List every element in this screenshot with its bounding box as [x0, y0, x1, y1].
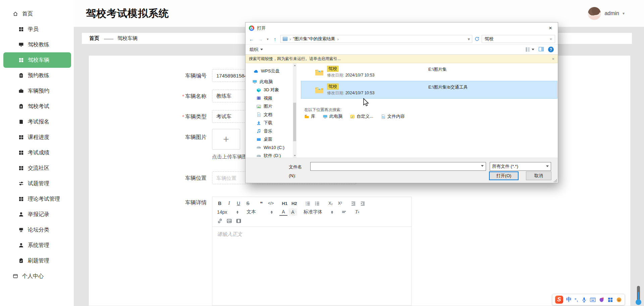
tree-item-music[interactable]: 音乐 [246, 127, 299, 136]
scrollbar-thumb[interactable] [293, 103, 296, 141]
insert-video-icon[interactable] [234, 217, 243, 224]
sidebar-item-practice[interactable]: 刷题管理 [0, 253, 74, 268]
keyboard-icon[interactable] [590, 297, 596, 303]
dialog-titlebar[interactable]: 打开 [246, 22, 558, 34]
font-size-select[interactable]: 14px [216, 208, 240, 216]
file-item[interactable]: 驾校修改日期: 2024/10/7 10:53E:\图片集 [301, 63, 557, 81]
address-box[interactable]: › "图片集"中的搜索结果 › ▾ [280, 35, 472, 43]
tree-item-documents[interactable]: 文档 [246, 111, 299, 119]
indent-icon[interactable] [359, 200, 367, 207]
sidebar-item-reports[interactable]: 举报记录 [0, 207, 74, 222]
tree-item-wps-cloud[interactable]: WPS云盘 [246, 67, 299, 75]
sogou-icon[interactable]: S [555, 296, 563, 304]
file-item[interactable]: 驾校修改日期: 2024/10/7 10:53E:\图片集\b交通工具 [301, 81, 557, 99]
toolbox-icon[interactable] [607, 297, 613, 303]
editor-content[interactable]: 请输入正文 [212, 227, 411, 242]
font-color-icon[interactable]: A [279, 208, 287, 216]
ordered-list-icon[interactable]: 123 [304, 200, 312, 207]
history-dropdown-icon[interactable]: ▾ [266, 37, 270, 41]
chevron-down-icon[interactable] [481, 165, 484, 168]
superscript-icon[interactable]: X² [336, 200, 344, 207]
filetype-select[interactable]: 所有文件 (*.*) [490, 162, 551, 171]
link-icon[interactable] [216, 217, 224, 224]
sidebar-item-community[interactable]: 交流社区 [0, 160, 74, 176]
sidebar-item-exam-scores[interactable]: 考试成绩 [0, 145, 74, 160]
close-icon[interactable]: × [543, 22, 558, 34]
emoji-icon[interactable] [616, 297, 622, 303]
back-icon[interactable]: ← [248, 36, 255, 42]
sidebar-item-exams[interactable]: 驾校考试 [0, 99, 74, 114]
sidebar-item-exam-signup[interactable]: 考试报名 [0, 114, 74, 130]
search-input[interactable] [485, 37, 549, 42]
insert-image-icon[interactable] [225, 217, 233, 224]
sidebar-item-vehicles[interactable]: 驾校车辆 [3, 52, 71, 68]
sidebar-item-students[interactable]: 学员 [0, 21, 74, 37]
refresh-icon[interactable] [474, 36, 480, 42]
bg-color-icon[interactable]: A [289, 208, 297, 216]
user-menu[interactable]: admin ▾ [588, 0, 625, 27]
forward-icon[interactable]: → [257, 36, 264, 42]
up-icon[interactable]: ↑ [272, 36, 278, 42]
breadcrumb-home[interactable]: 首页 [89, 35, 99, 42]
tree-item-downloads[interactable]: 下载 [246, 119, 299, 127]
scroll-up-icon[interactable] [293, 63, 297, 67]
tree-scrollbar[interactable] [293, 63, 297, 158]
paragraph-select[interactable]: 文本 [245, 208, 274, 216]
mic-icon[interactable] [581, 297, 587, 303]
sidebar-item-forum-categories[interactable]: 论坛分类 [0, 222, 74, 238]
chinese-icon[interactable]: 中 [566, 296, 572, 303]
blockquote-icon[interactable]: ❝ [257, 200, 265, 207]
code-icon[interactable]: </> [267, 200, 275, 207]
heading2-icon[interactable]: H2 [290, 200, 299, 207]
search-again-libraries[interactable]: 库 [304, 113, 315, 119]
sidebar-item-home[interactable]: 首页 [0, 6, 74, 21]
tree-item-drive-d[interactable]: 软件 (D:) [246, 152, 299, 158]
address-location[interactable]: "图片集"中的搜索结果 [293, 36, 335, 42]
tree-item-desktop[interactable]: 桌面 [246, 135, 299, 144]
tree-item-3d-objects[interactable]: 3D 对象 [246, 86, 299, 94]
address-dropdown-icon[interactable]: ▾ [468, 37, 470, 42]
align-icon[interactable] [340, 208, 348, 216]
search-again-custom[interactable]: 自定义... [350, 113, 373, 119]
sidebar-item-vehicle-booking[interactable]: 车辆预约 [0, 83, 74, 99]
sidebar-item-question-bank[interactable]: 试题管理 [0, 176, 74, 191]
search-again-this-pc[interactable]: 此电脑 [323, 113, 342, 119]
font-family-select[interactable]: 标准字体 [302, 208, 334, 216]
punct-icon[interactable]: °, [575, 297, 578, 302]
tree-item-pictures[interactable]: 图片 [246, 102, 299, 111]
sidebar-item-course-progress[interactable]: 课程进度 [0, 130, 74, 145]
organize-menu[interactable]: 组织 [250, 47, 263, 53]
sidebar-item-coach-booking[interactable]: 预约教练 [0, 68, 74, 83]
underline-icon[interactable]: U [234, 200, 243, 207]
tree-item-label: WPS云盘 [261, 68, 280, 74]
dismiss-warning-icon[interactable]: × [552, 56, 554, 61]
subscript-icon[interactable]: X₂ [327, 200, 335, 207]
tree-item-drive-c[interactable]: Win10 (C:) [246, 144, 299, 152]
tree-item-this-pc[interactable]: 此电脑 [246, 78, 299, 86]
strikethrough-icon[interactable]: S [244, 200, 252, 207]
outdent-icon[interactable] [350, 200, 358, 207]
filename-input[interactable] [311, 162, 481, 170]
image-upload-box[interactable]: + [212, 129, 240, 150]
help-icon[interactable]: ? [548, 47, 554, 52]
cancel-button[interactable]: 取消 [526, 171, 551, 180]
bold-icon[interactable]: B [216, 200, 224, 207]
sidebar-item-profile[interactable]: 个人中心 [0, 268, 74, 284]
skin-icon[interactable] [599, 297, 604, 303]
unordered-list-icon[interactable] [313, 200, 321, 207]
italic-icon[interactable]: I [225, 200, 233, 207]
tree-item-videos[interactable]: 视频 [246, 94, 299, 103]
resize-grip[interactable] [554, 179, 557, 182]
scroll-down-icon[interactable] [293, 154, 297, 158]
sidebar-item-system[interactable]: 系统管理 [0, 238, 74, 253]
search-again-file-content[interactable]: 文件内容 [381, 113, 405, 119]
sidebar-item-coaches[interactable]: 驾校教练 [0, 37, 74, 52]
heading1-icon[interactable]: H1 [280, 200, 289, 207]
preview-pane-icon[interactable] [538, 46, 544, 53]
clear-format-icon[interactable]: Tx [353, 208, 361, 216]
open-button[interactable]: 打开(O) [489, 171, 519, 180]
view-mode-button[interactable] [525, 47, 534, 52]
sidebar-item-theory-exam[interactable]: 理论考试管理 [0, 191, 74, 207]
clear-search-icon[interactable]: × [549, 37, 552, 42]
thermometer-scroll-widget[interactable] [635, 286, 641, 305]
